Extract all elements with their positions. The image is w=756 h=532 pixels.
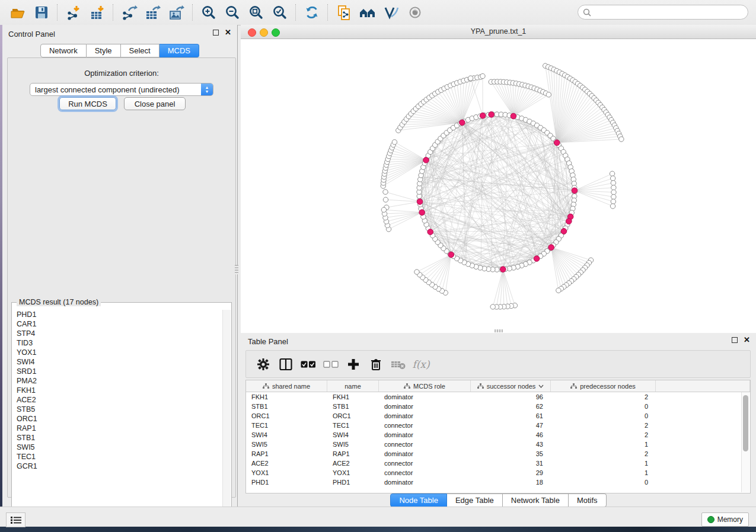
float-table-panel-icon[interactable] [732,337,738,343]
hide-selected-button[interactable] [381,2,402,23]
tab-style[interactable]: Style [87,44,121,57]
hide-selected-icon [383,5,400,20]
close-panel-button[interactable]: Close panel [124,97,186,110]
float-panel-icon[interactable] [213,30,219,36]
add-column-button[interactable] [342,354,365,375]
search-box[interactable] [578,5,748,20]
toolbar-separator [113,4,114,21]
mcds-result-item[interactable]: ORC1 [12,414,222,424]
export-table-button[interactable] [142,2,164,23]
tab-edge-table[interactable]: Edge Table [447,493,503,507]
zoom-out-button[interactable] [222,2,243,23]
tab-network-table[interactable]: Network Table [503,493,569,507]
import-table-button[interactable] [87,2,108,23]
first-neighbors-button[interactable] [357,2,378,23]
function-builder-button[interactable]: f(x) [410,354,432,375]
close-panel-icon[interactable]: ✕ [225,30,231,36]
list-icon [11,516,21,524]
table-cell: dominator [379,411,471,421]
import-table-icon [90,5,106,21]
mcds-result-item[interactable]: STP4 [12,329,222,338]
save-session-button[interactable] [31,2,52,23]
panel-divider-grip[interactable] [235,265,238,274]
table-row[interactable]: SWI4SWI4dominator462 [246,430,750,440]
mcds-result-item[interactable]: STB1 [12,433,222,443]
import-network-button[interactable] [63,2,84,23]
mcds-result-box: MCDS result (17 nodes) PHD1CAR1STP4TID3Y… [11,302,232,523]
table-row[interactable]: ORC1ORC1dominator610 [246,411,750,421]
optimization-criterion-select[interactable]: largest connected component (undirected)… [30,83,213,96]
mcds-result-item[interactable]: TEC1 [12,452,222,462]
table-row[interactable]: ACE2ACE2connector311 [246,459,750,468]
toolbar-separator [57,4,58,21]
zoom-in-button[interactable] [198,2,219,23]
control-panel-title: Control Panel [8,30,55,39]
column-header-successor-nodes[interactable]: successor nodes [471,380,551,392]
table-row[interactable]: TEC1TEC1connector472 [246,421,750,430]
refresh-button[interactable] [301,2,323,23]
new-network-from-selection-button[interactable] [333,2,355,23]
column-header-predecessor-nodes[interactable]: predecessor nodes [551,380,656,392]
mcds-result-item[interactable]: SWI5 [12,443,222,452]
tab-select[interactable]: Select [121,44,160,57]
mcds-result-item[interactable]: PHD1 [12,310,222,319]
show-all-button[interactable] [404,2,426,23]
column-layout-button[interactable] [275,354,297,375]
mcds-result-item[interactable]: CAR1 [12,319,222,329]
mcds-result-item[interactable]: RAP1 [12,424,222,433]
mcds-list-scrollbar[interactable] [222,310,231,522]
column-header-MCDS-role[interactable]: MCDS role [379,380,471,392]
table-scrollbar[interactable] [741,392,749,492]
export-table-icon [145,5,161,21]
task-history-button[interactable] [6,512,25,527]
table-cell: 1 [551,468,656,477]
table-divider-grip[interactable] [495,329,503,332]
network-window-titlebar[interactable]: YPA_prune.txt_1 [241,25,756,39]
table-scrollbar-thumb[interactable] [743,395,748,451]
mcds-result-item[interactable]: GCR1 [12,462,222,471]
mcds-result-item[interactable]: STB5 [12,405,222,414]
tab-mcds[interactable]: MCDS [160,44,199,57]
zoom-fit-button[interactable] [245,2,267,23]
close-table-panel-icon[interactable]: ✕ [744,337,750,343]
tab-node-table[interactable]: Node Table [390,493,447,507]
network-canvas[interactable] [241,39,756,333]
table-cell: 1 [551,459,656,468]
mcds-result-item[interactable]: FKH1 [12,386,222,395]
selected-criterion: largest connected component (undirected) [30,85,201,94]
select-all-button[interactable] [297,354,320,375]
import-network-icon [66,5,82,21]
mcds-tab-content: Optimization criterion: largest connecte… [7,57,236,498]
column-label: successor nodes [487,383,536,390]
column-header-shared-name[interactable]: shared name [246,380,327,392]
table-row[interactable]: SWI5SWI5connector431 [246,440,750,449]
mcds-result-item[interactable]: PMA2 [12,376,222,386]
mcds-result-item[interactable]: ACE2 [12,395,222,405]
table-cell: RAP1 [327,449,379,459]
table-row[interactable]: STB1STB1dominator620 [246,402,750,411]
delete-table-button[interactable] [387,354,410,375]
zoom-in-icon [201,5,216,20]
delete-column-button[interactable] [365,354,387,375]
run-mcds-button[interactable]: Run MCDS [59,97,116,110]
mcds-result-item[interactable]: SWI4 [12,357,222,367]
search-input[interactable] [594,8,748,17]
export-image-button[interactable] [166,2,187,23]
tab-motifs[interactable]: Motifs [569,493,607,507]
table-settings-button[interactable] [252,354,275,375]
mcds-result-item[interactable]: YOX1 [12,348,222,357]
table-row[interactable]: FKH1FKH1dominator962 [246,392,750,402]
zoom-selected-button[interactable] [269,2,291,23]
tab-network[interactable]: Network [40,44,87,57]
memory-button[interactable]: Memory [701,512,749,527]
export-network-button[interactable] [119,2,140,23]
deselect-all-button[interactable] [320,354,342,375]
column-header-name[interactable]: name [327,380,379,392]
table-row[interactable]: PHD1PHD1dominator180 [246,477,750,487]
table-row[interactable]: RAP1RAP1dominator352 [246,449,750,459]
table-row[interactable]: YOX1YOX1connector291 [246,468,750,477]
function-builder-icon: f(x) [412,358,429,370]
open-file-button[interactable] [7,2,28,23]
mcds-result-item[interactable]: TID3 [12,338,222,348]
mcds-result-item[interactable]: SRD1 [12,367,222,376]
